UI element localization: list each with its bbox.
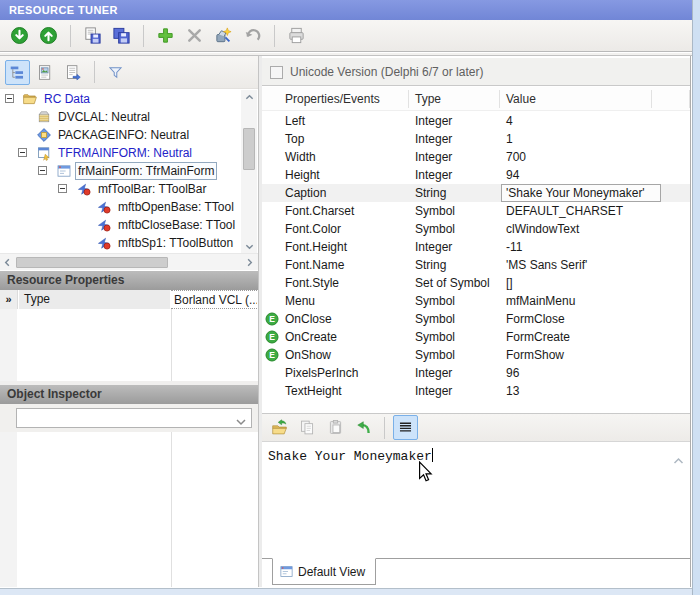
property-value-editbox[interactable]: 'Shake Your Moneymaker' xyxy=(501,184,661,202)
add-resource-button[interactable] xyxy=(153,23,178,48)
editor-scroll-up-icon[interactable] xyxy=(673,454,684,462)
property-row-font-style[interactable]: Font.StyleSet of Symbol[] xyxy=(262,274,690,292)
property-value[interactable]: DEFAULT_CHARSET xyxy=(506,202,623,220)
tree-item-dvclal[interactable]: DVCLAL: Neutral xyxy=(0,108,240,126)
resource-properties-header: Resource Properties xyxy=(0,271,258,290)
property-row-font-name[interactable]: Font.NameString'MS Sans Serif' xyxy=(262,256,690,274)
scroll-thumb[interactable] xyxy=(243,128,255,170)
column-value[interactable]: Value xyxy=(500,90,652,108)
tree-item-tfrmainform[interactable]: TFRMAINFORM: Neutral xyxy=(0,144,240,162)
property-value[interactable]: 700 xyxy=(506,148,526,166)
property-value[interactable]: FormShow xyxy=(506,346,564,364)
preview-button[interactable] xyxy=(33,60,58,85)
object-selector-combobox[interactable] xyxy=(16,408,252,428)
property-value[interactable]: 96 xyxy=(506,364,519,382)
tree-item-label: DVCLAL: Neutral xyxy=(58,108,150,126)
editor-text: Shake Your Moneymaker xyxy=(268,448,433,464)
property-row-caption[interactable]: CaptionString'Shake Your Moneymaker' xyxy=(262,184,690,202)
tree-item-frmainform[interactable]: frMainForm: TfrMainForm xyxy=(0,162,240,180)
tree-item-mftbopenbase[interactable]: mftbOpenBase: TTool xyxy=(0,198,240,216)
property-value[interactable]: 13 xyxy=(506,382,519,400)
tab-label: Default View xyxy=(298,565,365,579)
view-tabbar: Default View xyxy=(262,558,690,587)
property-row-left[interactable]: LeftInteger4 xyxy=(262,112,690,130)
property-type: Symbol xyxy=(415,292,455,310)
tree-item-packageinfo[interactable]: PACKAGEINFO: Neutral xyxy=(0,126,240,144)
property-value[interactable]: [] xyxy=(506,274,513,292)
property-row-width[interactable]: WidthInteger700 xyxy=(262,148,690,166)
caption-text-editor[interactable]: Shake Your Moneymaker xyxy=(262,441,690,558)
property-value[interactable]: 94 xyxy=(506,166,519,184)
expander-minus-icon[interactable] xyxy=(5,94,14,103)
property-name: PixelsPerInch xyxy=(285,364,358,382)
property-value[interactable]: clWindowText xyxy=(506,220,579,238)
property-row-font-charset[interactable]: Font.CharsetSymbolDEFAULT_CHARSET xyxy=(262,202,690,220)
tree-item-rc-data[interactable]: RC Data xyxy=(0,90,240,108)
property-row-font-color[interactable]: Font.ColorSymbolclWindowText xyxy=(262,220,690,238)
column-properties-events[interactable]: Properties/Events xyxy=(262,90,409,108)
property-value[interactable]: FormClose xyxy=(506,310,565,328)
tree-horizontal-scrollbar[interactable] xyxy=(0,253,258,270)
property-value[interactable]: 1 xyxy=(506,130,513,148)
tree-view-button[interactable] xyxy=(5,60,30,85)
go-down-button[interactable] xyxy=(7,23,32,48)
wrap-lines-button[interactable] xyxy=(393,415,418,440)
scroll-right-arrow-icon[interactable] xyxy=(242,255,256,270)
property-value[interactable]: 'MS Sans Serif' xyxy=(506,256,587,274)
go-up-button[interactable] xyxy=(36,23,61,48)
property-type: Symbol xyxy=(415,220,455,238)
unicode-version-label: Unicode Version (Delphi 6/7 or later) xyxy=(290,58,483,86)
property-value[interactable]: 4 xyxy=(506,112,513,130)
event-icon: E xyxy=(265,330,279,344)
property-row-oncreate[interactable]: EOnCreateSymbolFormCreate xyxy=(262,328,690,346)
edit-resource-icon xyxy=(214,26,233,45)
scroll-left-arrow-icon[interactable] xyxy=(0,255,14,270)
chevron-down-icon[interactable] xyxy=(235,415,247,423)
expander-minus-icon[interactable] xyxy=(18,148,27,157)
scroll-down-arrow-icon[interactable] xyxy=(241,239,257,253)
property-row-font-height[interactable]: Font.HeightInteger-11 xyxy=(262,238,690,256)
tree-item-mftbsp1[interactable]: mftbSp1: TToolButton xyxy=(0,234,240,252)
properties-panel: Unicode Version (Delphi 6/7 or later) Pr… xyxy=(262,56,691,587)
property-name: Width xyxy=(285,148,316,166)
column-type[interactable]: Type xyxy=(409,90,500,108)
print-button[interactable] xyxy=(284,23,309,48)
property-row-height[interactable]: HeightInteger94 xyxy=(262,166,690,184)
export-button[interactable] xyxy=(61,60,86,85)
property-value[interactable]: FormCreate xyxy=(506,328,570,346)
edit-resource-button[interactable] xyxy=(211,23,236,48)
resource-property-row[interactable]: » Type Borland VCL (... xyxy=(0,290,258,309)
property-type: Integer xyxy=(415,112,452,130)
property-row-onclose[interactable]: EOnCloseSymbolFormClose xyxy=(262,310,690,328)
unicode-version-checkbox[interactable] xyxy=(270,66,283,79)
property-value[interactable]: -11 xyxy=(506,238,522,256)
property-value[interactable]: mfMainMenu xyxy=(506,292,575,310)
copy-button[interactable] xyxy=(295,415,320,440)
property-row-top[interactable]: TopInteger1 xyxy=(262,130,690,148)
tree-item-label: TFRMAINFORM: Neutral xyxy=(58,144,192,162)
tree-vertical-scrollbar[interactable] xyxy=(241,90,257,253)
tab-default-view[interactable]: Default View xyxy=(272,558,376,585)
delete-resource-button[interactable] xyxy=(182,23,207,48)
filter-button[interactable] xyxy=(103,60,128,85)
property-row-textheight[interactable]: TextHeightInteger13 xyxy=(262,382,690,400)
title-bar[interactable]: RESOURCE TUNER xyxy=(0,0,693,20)
expander-minus-icon[interactable] xyxy=(38,166,47,175)
property-row-menu[interactable]: MenuSymbolmfMainMenu xyxy=(262,292,690,310)
revert-button[interactable] xyxy=(351,415,376,440)
property-row-onshow[interactable]: EOnShowSymbolFormShow xyxy=(262,346,690,364)
svg-text:E: E xyxy=(269,332,275,342)
paste-button[interactable] xyxy=(323,415,348,440)
save-all-icon xyxy=(112,26,131,45)
expander-minus-icon[interactable] xyxy=(58,184,67,193)
scroll-thumb[interactable] xyxy=(16,257,168,268)
save-button[interactable] xyxy=(80,23,105,48)
property-value[interactable]: Borland VCL (... xyxy=(171,290,257,309)
property-row-pixelsperinch[interactable]: PixelsPerInchInteger96 xyxy=(262,364,690,382)
tree-item-mftoolbar[interactable]: mfToolBar: TToolBar xyxy=(0,180,240,198)
save-all-button[interactable] xyxy=(109,23,134,48)
undo-button[interactable] xyxy=(240,23,265,48)
tree-item-mftbclosebase[interactable]: mftbCloseBase: TTool xyxy=(0,216,240,234)
scroll-up-arrow-icon[interactable] xyxy=(241,90,257,104)
open-file-button[interactable] xyxy=(267,415,292,440)
